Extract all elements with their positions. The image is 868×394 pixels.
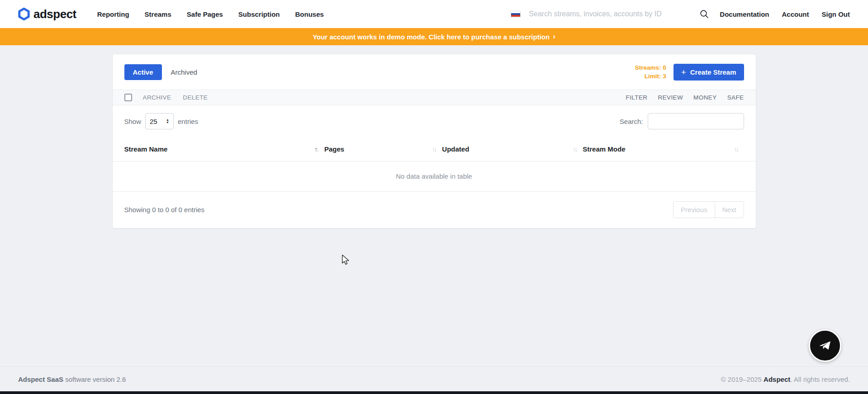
pagination: Previous Next xyxy=(673,201,744,218)
link-sign-out[interactable]: Sign Out xyxy=(822,10,850,18)
delete-action[interactable]: DELETE xyxy=(183,94,208,101)
header-links: Documentation Account Sign Out xyxy=(720,10,850,18)
table-footer-row: Showing 0 to 0 of 0 entries Previous Nex… xyxy=(113,192,756,228)
telegram-icon xyxy=(817,338,833,353)
filter-mode[interactable]: FILTER xyxy=(626,94,648,101)
mode-filters: FILTER REVIEW MONEY SAFE xyxy=(626,94,744,101)
create-stream-button[interactable]: + Create Stream xyxy=(674,64,744,81)
sort-icon: ↑↓ xyxy=(314,146,318,153)
nav-streams[interactable]: Streams xyxy=(145,10,171,18)
footer-copyright: © 2019–2025 Adspect. All rights reserved… xyxy=(721,375,850,383)
sort-icon: ↑↓ xyxy=(573,146,576,153)
table-header-row: Stream Name ↑↓ Pages ↑↓ Updated ↑↓ Strea… xyxy=(113,137,756,161)
plus-icon: + xyxy=(681,68,686,76)
table-search-label: Search: xyxy=(620,118,643,125)
banner-message: Your account works in demo mode. Click h… xyxy=(313,33,550,41)
entries-select[interactable]: 25 ▲ ▼ xyxy=(145,113,174,129)
footer-brand: Adspect SaaS xyxy=(18,375,63,383)
archive-action[interactable]: ARCHIVE xyxy=(143,94,171,101)
bottom-edge-strip xyxy=(0,391,868,394)
russian-flag-icon[interactable] xyxy=(511,11,521,18)
select-all-checkbox[interactable] xyxy=(124,94,132,101)
previous-page-button[interactable]: Previous xyxy=(673,201,715,218)
nav-reporting[interactable]: Reporting xyxy=(97,10,129,18)
create-stream-label: Create Stream xyxy=(690,68,736,76)
table-search-input[interactable] xyxy=(648,113,744,129)
main-nav: Reporting Streams Safe Pages Subscriptio… xyxy=(97,10,324,18)
footer-version: Adspect SaaS software version 2.6 xyxy=(18,375,126,383)
table-empty-message: No data available in table xyxy=(113,161,756,192)
review-mode[interactable]: REVIEW xyxy=(658,94,683,101)
tab-archived[interactable]: Archived xyxy=(171,68,197,76)
nav-safe-pages[interactable]: Safe Pages xyxy=(187,10,223,18)
select-arrows-icon: ▲ ▼ xyxy=(166,119,169,124)
streams-panel: Active Archived Streams: 0 Limit: 3 + Cr… xyxy=(112,54,756,228)
money-mode[interactable]: MONEY xyxy=(693,94,717,101)
table-controls-row: Show 25 ▲ ▼ entries Search: xyxy=(113,105,756,137)
column-header-pages[interactable]: Pages ↑↓ xyxy=(324,137,442,161)
quota-streams: Streams: 0 xyxy=(635,63,666,72)
brand-name: adspect xyxy=(33,7,76,21)
global-search-input[interactable] xyxy=(529,10,696,18)
quota-limit: Limit: 3 xyxy=(635,72,666,81)
telegram-chat-button[interactable] xyxy=(809,329,841,362)
safe-mode[interactable]: SAFE xyxy=(727,94,744,101)
bulk-actions-toolbar: ARCHIVE DELETE FILTER REVIEW MONEY SAFE xyxy=(113,90,756,105)
hexagon-logo-icon xyxy=(18,8,30,20)
main-area: Active Archived Streams: 0 Limit: 3 + Cr… xyxy=(0,45,868,366)
next-page-button[interactable]: Next xyxy=(715,201,744,218)
search-icon[interactable] xyxy=(696,6,712,22)
quota-info: Streams: 0 Limit: 3 xyxy=(635,63,666,81)
demo-mode-banner[interactable]: Your account works in demo mode. Click h… xyxy=(0,28,868,45)
table-search-group: Search: xyxy=(620,113,744,129)
link-documentation[interactable]: Documentation xyxy=(720,10,769,18)
nav-bonuses[interactable]: Bonuses xyxy=(295,10,324,18)
page-footer: Adspect SaaS software version 2.6 © 2019… xyxy=(0,366,868,391)
entries-info: Showing 0 to 0 of 0 entries xyxy=(124,206,205,214)
entries-selected-value: 25 xyxy=(150,118,157,125)
chevron-right-icon: › xyxy=(553,32,555,41)
top-header: adspect Reporting Streams Safe Pages Sub… xyxy=(0,0,868,28)
adspect-logo[interactable]: adspect xyxy=(18,7,76,21)
panel-header-row: Active Archived Streams: 0 Limit: 3 + Cr… xyxy=(113,54,756,90)
column-header-stream-mode[interactable]: Stream Mode ↑↓ xyxy=(583,137,744,161)
nav-subscription[interactable]: Subscription xyxy=(238,10,280,18)
show-label: Show xyxy=(124,118,142,125)
sort-icon: ↑↓ xyxy=(432,146,436,153)
column-header-updated[interactable]: Updated ↑↓ xyxy=(442,137,583,161)
tab-active[interactable]: Active xyxy=(124,64,162,80)
header-right: Documentation Account Sign Out xyxy=(511,6,850,22)
link-account[interactable]: Account xyxy=(782,10,809,18)
entries-label: entries xyxy=(178,118,198,125)
sort-icon: ↑↓ xyxy=(734,146,737,153)
column-header-stream-name[interactable]: Stream Name ↑↓ xyxy=(124,137,325,161)
